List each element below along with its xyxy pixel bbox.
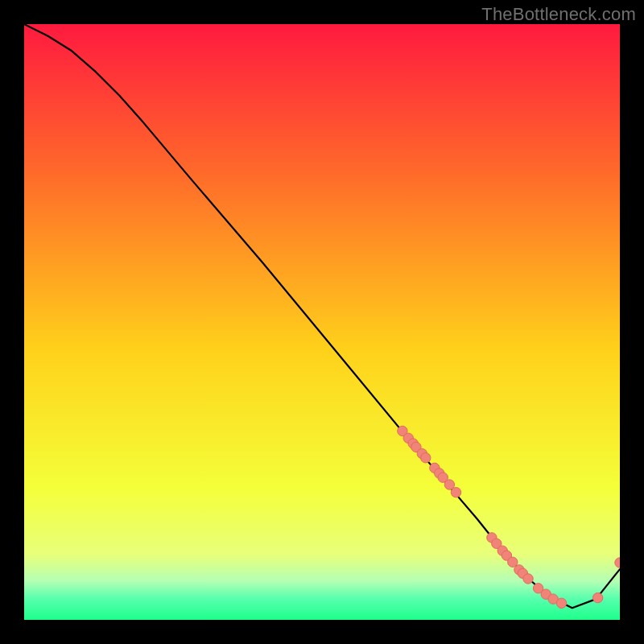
data-point — [451, 487, 460, 497]
data-point — [592, 592, 602, 602]
plot-area — [24, 24, 620, 620]
gradient-background — [24, 24, 620, 620]
data-point — [523, 574, 533, 584]
watermark-text: TheBottleneck.com — [481, 4, 636, 25]
data-point — [556, 598, 566, 608]
data-point — [421, 453, 431, 463]
chart-svg — [24, 24, 620, 620]
chart-frame: TheBottleneck.com — [0, 0, 644, 644]
